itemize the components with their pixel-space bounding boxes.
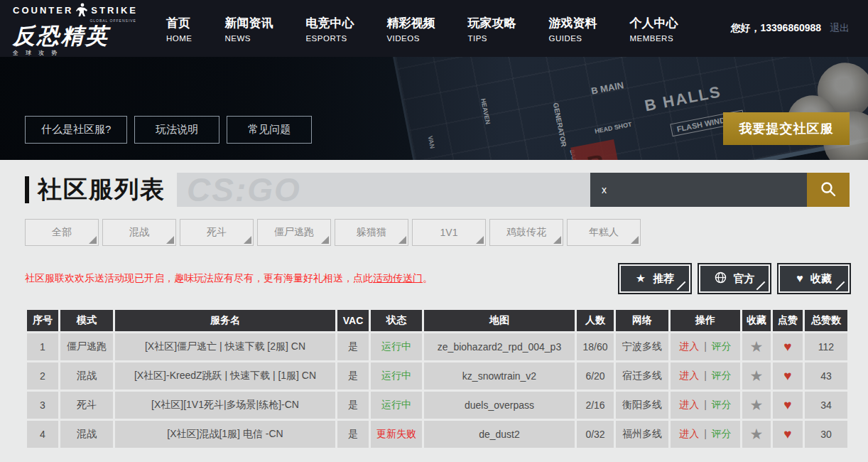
official-filter-button[interactable]: 官方 [699,264,770,293]
cell-favorite: ★ [742,392,771,419]
title-accent-bar [25,176,29,203]
enter-link[interactable]: 进入 [679,340,699,352]
server-table: 序号 模式 服务名 VAC 状态 地图 人数 网络 操作 收藏 点赞 总赞数 1… [25,308,850,450]
hero-banner: VAN HEAVEN GENERATOR B MAIN B HALLS FLAS… [0,57,868,160]
nav-item-members[interactable]: 个人中心 MEMBERS [629,15,678,43]
header-no: 序号 [27,310,58,331]
like-heart-icon[interactable]: ♥ [783,397,791,412]
nav-esports-en: ESPORTS [305,34,354,43]
gameplay-guide-button[interactable]: 玩法说明 [134,116,219,144]
event-portal-link[interactable]: 活动传送门 [373,272,423,284]
tab-zombie-escape[interactable]: 僵尸逃跑 [257,219,331,246]
mode-filter-tabs: 全部 混战 死斗 僵尸逃跑 躲猫猫 1V1 鸡鼓传花 年糕人 [25,219,850,246]
cell-like: ♥ [773,362,803,390]
logout-link[interactable]: 退出 [830,22,850,33]
cell-status: 运行中 [371,392,422,419]
tab-pass-the-bomb[interactable]: 鸡鼓传花 [489,219,563,246]
favorite-star-icon[interactable]: ★ [750,338,764,355]
nav-item-tips[interactable]: 玩家攻略 TIPS [467,15,516,43]
rate-link[interactable]: 评分 [712,428,732,439]
cell-favorite: ★ [742,333,771,360]
table-row: 3 死斗 [X社区][1V1死斗|多场景|练枪]-CN 是 运行中 duels_… [27,392,847,419]
like-heart-icon[interactable]: ♥ [783,426,791,441]
nav-guides-zh: 游戏资料 [548,15,597,31]
nav-members-en: MEMBERS [629,34,678,43]
search-icon [820,181,837,200]
nav-item-videos[interactable]: 精彩视频 VIDEOS [386,15,435,43]
cell-vac: 是 [337,392,369,419]
cell-total-likes: 34 [805,392,847,419]
enter-link[interactable]: 进入 [679,370,699,381]
logo-sub-text: 全球攻势 [13,50,138,56]
cell-vac: 是 [337,421,369,448]
nav-videos-en: VIDEOS [386,34,435,43]
cell-total-likes: 112 [805,333,847,360]
cell-network: 福州多线 [616,421,668,448]
cell-mode: 死斗 [60,392,113,419]
submit-community-server-button[interactable]: 我要提交社区服 [723,112,850,145]
event-notice: 社区服联欢欢乐送活动现已开启，趣味玩法应有尽有，更有海量好礼相送，点此活动传送门… [25,272,433,285]
notice-suffix: 。 [423,272,433,284]
favorite-star-icon[interactable]: ★ [750,367,764,384]
cell-vac: 是 [337,362,369,390]
cell-no: 1 [27,333,58,360]
nav-item-guides[interactable]: 游戏资料 GUIDES [548,15,597,43]
table-row: 2 混战 [X社区]-KreedZ跳跃 | 快速下载 | [1服] CN 是 运… [27,362,847,390]
enter-link[interactable]: 进入 [679,428,699,439]
header-total-likes: 总赞数 [805,310,847,331]
nav-news-en: NEWS [224,34,273,43]
favorites-filter-button[interactable]: ♥ 收藏 [779,264,850,293]
cell-like: ♥ [773,392,803,419]
cell-no: 3 [27,392,58,419]
enter-link[interactable]: 进入 [679,399,699,410]
server-listing-section: 社区服列表 CS:GO 全部 混战 死斗 僵尸逃跑 躲猫猫 1V1 鸡鼓传花 年… [0,171,868,450]
search-input[interactable] [590,173,807,207]
like-heart-icon[interactable]: ♥ [783,368,791,383]
cell-actions: 进入|评分 [671,333,740,360]
corner-slash-decoration [677,281,686,291]
header-mode: 模式 [60,310,113,331]
tab-all[interactable]: 全部 [25,219,99,246]
logo-tagline: GLOBAL OFFENSIVE [13,19,136,23]
rate-link[interactable]: 评分 [712,399,732,410]
heart-icon: ♥ [796,273,803,284]
favorites-label: 收藏 [810,272,832,286]
faq-button[interactable]: 常见问题 [227,116,312,144]
cell-network: 衡阳多线 [616,392,668,419]
cell-favorite: ★ [742,421,771,448]
nav-item-home[interactable]: 首页 HOME [166,15,192,43]
recommended-filter-button[interactable]: ★ 推荐 [619,264,690,293]
like-heart-icon[interactable]: ♥ [783,339,791,354]
tab-deathmatch-mix[interactable]: 混战 [102,219,176,246]
nav-item-news[interactable]: 新闻资讯 NEWS [224,15,273,43]
favorite-star-icon[interactable]: ★ [750,397,764,413]
rate-link[interactable]: 评分 [712,370,732,381]
header-status: 状态 [371,310,422,331]
tab-1v1[interactable]: 1V1 [412,219,486,246]
recommended-label: 推荐 [653,272,674,286]
tab-hide-and-seek[interactable]: 躲猫猫 [335,219,408,246]
cell-status: 运行中 [371,333,422,360]
nav-item-esports[interactable]: 电竞中心 ESPORTS [305,15,354,43]
tab-rice-cake[interactable]: 年糕人 [567,219,641,246]
globe-icon [715,272,727,286]
what-is-community-server-button[interactable]: 什么是社区服? [25,116,127,144]
header-server-name: 服务名 [115,310,335,331]
cell-map: de_dust2 [424,421,575,448]
nav-videos-zh: 精彩视频 [386,15,435,31]
cell-server-name: [X社区]混战[1服] 电信 -CN [115,421,335,448]
cell-network: 宁波多线 [616,333,668,360]
tab-deathmatch[interactable]: 死斗 [180,219,254,246]
header-actions: 操作 [671,310,740,331]
csgo-logo: COUNTER STRIKE GLOBAL OFFENSIVE 反恐精英 全球攻… [13,3,138,56]
cell-like: ♥ [773,333,803,360]
cell-no: 2 [27,362,58,390]
search-button[interactable] [807,173,850,207]
cell-server-name: [X社区]-KreedZ跳跃 | 快速下载 | [1服] CN [115,362,335,390]
rate-link[interactable]: 评分 [712,340,732,352]
nav-tips-en: TIPS [467,34,516,43]
nav-home-en: HOME [166,34,192,43]
favorite-star-icon[interactable]: ★ [750,426,764,442]
cell-total-likes: 30 [805,421,847,448]
action-separator: | [704,428,707,439]
